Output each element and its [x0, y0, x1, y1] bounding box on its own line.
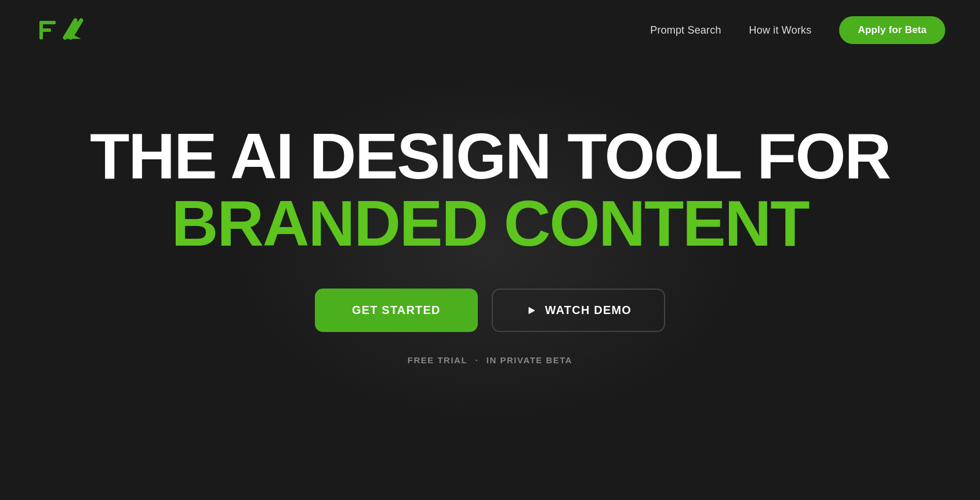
- logo-icon: [35, 17, 60, 43]
- hero-section: THE AI DESIGN TOOL FOR BRANDED CONTENT G…: [0, 60, 980, 365]
- navbar: Prompt Search How it Works Apply for Bet…: [0, 0, 980, 60]
- watch-demo-button[interactable]: WATCH DEMO: [492, 289, 665, 332]
- nav-how-it-works[interactable]: How it Works: [749, 24, 812, 37]
- badge-separator: ·: [476, 355, 479, 365]
- hero-badge: FREE TRIAL · IN PRIVATE BETA: [408, 355, 572, 365]
- play-icon: [525, 305, 537, 316]
- nav-links: Prompt Search How it Works Apply for Bet…: [650, 16, 945, 44]
- get-started-button[interactable]: GET STARTED: [315, 289, 478, 332]
- badge-free-trial: FREE TRIAL: [408, 355, 467, 365]
- hero-headline-line1: THE AI DESIGN TOOL FOR: [90, 124, 890, 189]
- hero-buttons: GET STARTED WATCH DEMO: [315, 289, 665, 332]
- watch-demo-label: WATCH DEMO: [545, 304, 631, 317]
- logo[interactable]: [35, 17, 87, 43]
- nav-prompt-search[interactable]: Prompt Search: [650, 24, 721, 37]
- hero-headline-line2: BRANDED CONTENT: [172, 191, 809, 256]
- apply-for-beta-button[interactable]: Apply for Beta: [839, 16, 945, 44]
- badge-private-beta: IN PRIVATE BETA: [487, 355, 572, 365]
- brand-logo-mark: [60, 17, 87, 43]
